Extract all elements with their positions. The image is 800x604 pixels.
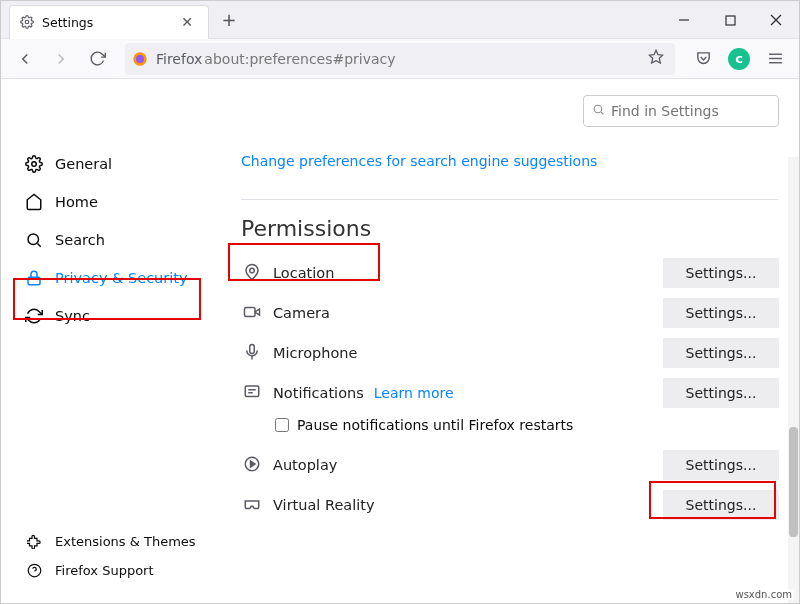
svg-point-11	[32, 162, 37, 167]
permissions-heading: Permissions	[241, 216, 371, 241]
notifications-icon	[241, 383, 263, 404]
scroll-thumb[interactable]	[789, 427, 798, 537]
svg-point-17	[594, 105, 602, 113]
sidebar-label: Extensions & Themes	[55, 534, 196, 549]
lock-icon	[25, 269, 43, 287]
sidebar-label: Privacy & Security	[55, 270, 188, 286]
forward-button[interactable]	[45, 43, 77, 75]
search-icon	[25, 231, 43, 249]
svg-point-6	[136, 55, 144, 63]
svg-rect-2	[726, 16, 735, 25]
pause-notifications-row: Pause notifications until Firefox restar…	[275, 411, 779, 439]
location-settings-button[interactable]: Settings...	[663, 258, 779, 288]
learn-more-link[interactable]: Learn more	[374, 385, 454, 401]
settings-sidebar: General Home Search Privacy & Security S…	[1, 79, 221, 603]
url-bar[interactable]: Firefox about:preferences#privacy	[125, 43, 675, 75]
new-tab-button[interactable]: +	[215, 6, 243, 34]
notifications-settings-button[interactable]: Settings...	[663, 378, 779, 408]
find-in-settings[interactable]	[583, 95, 779, 127]
sidebar-item-extensions[interactable]: Extensions & Themes	[9, 527, 213, 555]
sidebar-label: Sync	[55, 308, 90, 324]
minimize-button[interactable]	[661, 1, 707, 39]
search-icon	[592, 103, 605, 119]
svg-marker-7	[649, 50, 662, 63]
perm-row-autoplay: Autoplay Settings...	[241, 445, 779, 485]
svg-rect-24	[245, 386, 259, 397]
tab-title: Settings	[42, 15, 176, 30]
autoplay-icon	[241, 455, 263, 476]
pause-notifications-checkbox[interactable]	[275, 418, 289, 432]
sidebar-label: General	[55, 156, 112, 172]
puzzle-icon	[25, 532, 43, 550]
perm-label: Virtual Reality	[273, 497, 375, 513]
svg-point-12	[28, 234, 39, 245]
sidebar-item-search[interactable]: Search	[9, 222, 213, 258]
sidebar-item-home[interactable]: Home	[9, 184, 213, 220]
find-input[interactable]	[611, 103, 785, 119]
perm-row-location: Location Settings...	[241, 253, 779, 293]
divider	[241, 199, 779, 200]
perm-label: Microphone	[273, 345, 357, 361]
camera-settings-button[interactable]: Settings...	[663, 298, 779, 328]
svg-rect-14	[28, 277, 40, 285]
window-controls	[661, 1, 799, 39]
perm-row-vr: Virtual Reality Settings...	[241, 485, 779, 525]
app-menu-button[interactable]	[759, 43, 791, 75]
content-area: General Home Search Privacy & Security S…	[1, 79, 799, 603]
gear-icon	[20, 15, 34, 29]
firefox-icon	[132, 51, 148, 67]
url-bar-label: Firefox	[156, 51, 202, 67]
sidebar-item-privacy[interactable]: Privacy & Security	[9, 260, 213, 296]
pause-label: Pause notifications until Firefox restar…	[297, 417, 573, 433]
sync-icon	[25, 307, 43, 325]
microphone-settings-button[interactable]: Settings...	[663, 338, 779, 368]
perm-row-camera: Camera Settings...	[241, 293, 779, 333]
back-button[interactable]	[9, 43, 41, 75]
svg-marker-28	[251, 461, 256, 467]
perm-label: Location	[273, 265, 334, 281]
svg-line-13	[37, 243, 40, 246]
pocket-button[interactable]	[687, 43, 719, 75]
microphone-icon	[241, 343, 263, 364]
perm-label: Camera	[273, 305, 330, 321]
sidebar-label: Firefox Support	[55, 563, 154, 578]
search-suggestions-link[interactable]: Change preferences for search engine sug…	[241, 153, 597, 169]
nav-toolbar: Firefox about:preferences#privacy c	[1, 39, 799, 79]
svg-point-19	[250, 268, 255, 273]
window: Settings ✕ + Firefox about:preferences#p…	[0, 0, 800, 604]
vr-settings-button[interactable]: Settings...	[663, 490, 779, 520]
sidebar-label: Home	[55, 194, 98, 210]
location-icon	[241, 263, 263, 284]
camera-icon	[241, 303, 263, 324]
sidebar-item-sync[interactable]: Sync	[9, 298, 213, 334]
perm-label: Autoplay	[273, 457, 337, 473]
help-icon	[25, 561, 43, 579]
svg-rect-22	[250, 344, 255, 353]
svg-point-0	[25, 20, 29, 24]
url-bar-url: about:preferences#privacy	[204, 51, 644, 67]
settings-main: Change preferences for search engine sug…	[221, 79, 799, 603]
perm-row-microphone: Microphone Settings...	[241, 333, 779, 373]
vr-icon	[241, 495, 263, 516]
svg-rect-20	[245, 307, 256, 316]
watermark: wsxdn.com	[733, 589, 794, 600]
autoplay-settings-button[interactable]: Settings...	[663, 450, 779, 480]
tab-settings[interactable]: Settings ✕	[9, 5, 209, 39]
content-scrollbar[interactable]	[788, 157, 799, 603]
green-circle-icon: c	[728, 48, 750, 70]
reload-button[interactable]	[81, 43, 113, 75]
perm-label: Notifications	[273, 385, 364, 401]
sidebar-item-general[interactable]: General	[9, 146, 213, 182]
bookmark-star-icon[interactable]	[644, 45, 668, 72]
home-icon	[25, 193, 43, 211]
close-tab-icon[interactable]: ✕	[176, 12, 198, 32]
close-window-button[interactable]	[753, 1, 799, 39]
sidebar-label: Search	[55, 232, 105, 248]
perm-row-notifications: Notifications Learn more Settings...	[241, 373, 779, 413]
sidebar-item-support[interactable]: Firefox Support	[9, 556, 213, 584]
extension-button[interactable]: c	[723, 43, 755, 75]
tab-bar: Settings ✕ +	[1, 1, 799, 39]
maximize-button[interactable]	[707, 1, 753, 39]
gear-icon	[25, 155, 43, 173]
svg-line-18	[601, 112, 603, 114]
